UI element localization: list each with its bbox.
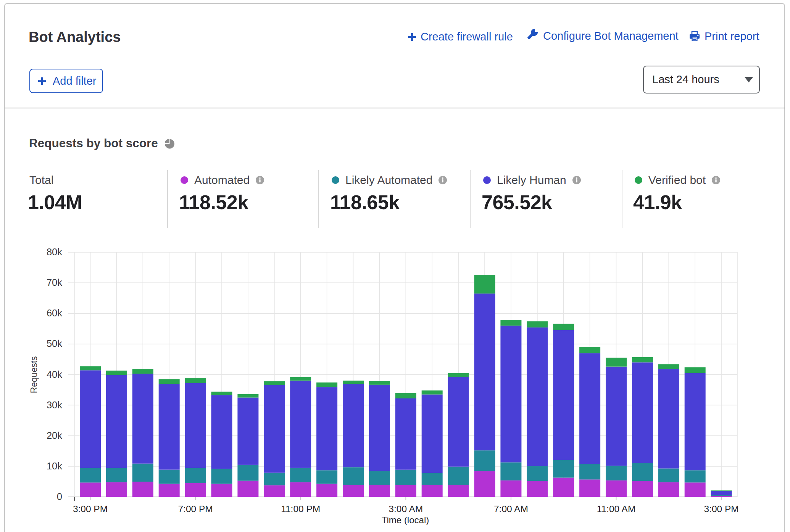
svg-text:3:00 AM: 3:00 AM xyxy=(389,504,423,514)
svg-text:Time (local): Time (local) xyxy=(382,515,429,525)
svg-text:80k: 80k xyxy=(47,247,62,257)
svg-text:3:00 PM: 3:00 PM xyxy=(73,504,108,514)
svg-text:11:00 PM: 11:00 PM xyxy=(281,504,320,514)
svg-text:20k: 20k xyxy=(47,430,62,441)
svg-text:40k: 40k xyxy=(47,369,62,380)
svg-text:Requests: Requests xyxy=(29,356,39,393)
svg-text:60k: 60k xyxy=(47,308,62,318)
svg-text:30k: 30k xyxy=(47,400,62,410)
svg-text:11:00 AM: 11:00 AM xyxy=(597,504,636,514)
svg-text:0: 0 xyxy=(57,491,62,502)
svg-text:7:00 PM: 7:00 PM xyxy=(178,504,213,514)
svg-text:70k: 70k xyxy=(47,277,62,288)
svg-text:10k: 10k xyxy=(47,461,62,471)
svg-text:3:00 PM: 3:00 PM xyxy=(704,504,738,514)
svg-text:50k: 50k xyxy=(47,338,62,349)
svg-text:7:00 AM: 7:00 AM xyxy=(494,504,528,514)
